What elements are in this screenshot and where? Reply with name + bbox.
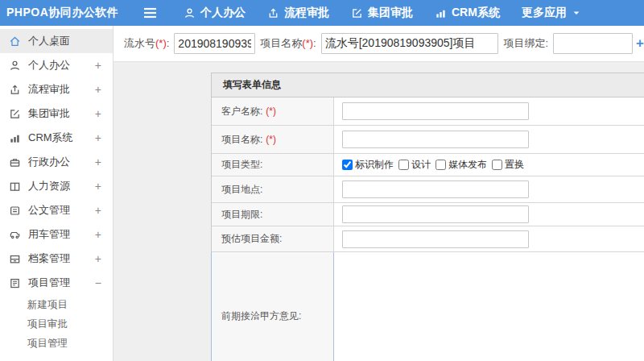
sidebar-item-archive-management[interactable]: 档案管理 + — [0, 247, 113, 271]
sidebar-item-group-approval[interactable]: 集团审批 + — [0, 102, 113, 126]
topnav-label: 流程审批 — [284, 6, 329, 20]
sidebar-item-admin-office[interactable]: 行政办公 + — [0, 150, 113, 174]
checkbox-label: 媒体发布 — [448, 158, 487, 172]
form-row-project-term: 项目期限: — [212, 203, 644, 226]
edit-icon — [8, 107, 21, 120]
project-bind-input[interactable] — [553, 33, 633, 54]
document-icon — [8, 204, 21, 217]
project-type-checkbox-group: 标识制作 设计 媒体发布 置换 — [342, 158, 529, 172]
sidebar-subitem-project-management[interactable]: 项目管理 — [0, 334, 113, 353]
checkbox-label: 置换 — [505, 158, 524, 172]
app-window: PHPOA协同办公软件 个人办公 流程审批 集团审批 — [0, 0, 644, 361]
serial-number-input[interactable] — [174, 33, 255, 54]
checkbox-sign-production[interactable] — [342, 160, 353, 170]
sidebar-item-personal-office[interactable]: 个人办公 + — [0, 53, 113, 77]
expand-plus[interactable]: + — [95, 180, 101, 193]
sidebar-item-vehicle-management[interactable]: 用车管理 + — [0, 222, 113, 247]
sidebar-item-document-management[interactable]: 公文管理 + — [0, 198, 113, 222]
form-row-preliminary-opinion: 前期接洽甲方意见: — [211, 252, 644, 361]
flow-icon — [8, 83, 21, 96]
project-location-label: 项目地点: — [212, 176, 334, 202]
expand-plus[interactable]: + — [95, 156, 101, 168]
topnav-workflow-approval[interactable]: 流程审批 — [267, 6, 329, 20]
flow-icon — [267, 7, 279, 19]
record-header-bar: 流水号(*): 项目名称(*): 项目绑定: + — [114, 26, 644, 62]
checkbox-design[interactable] — [398, 160, 409, 170]
customer-name-label: 客户名称:(*) — [212, 98, 334, 125]
topnav-group-approval[interactable]: 集团审批 — [351, 6, 413, 20]
project-name-field-input[interactable] — [342, 131, 529, 148]
expand-plus[interactable]: + — [95, 107, 101, 120]
form-row-estimated-amount: 预估项目金额: — [212, 226, 644, 252]
project-location-input[interactable] — [342, 180, 529, 198]
estimated-amount-label: 预估项目金额: — [212, 226, 334, 251]
main-content: 流水号(*): 项目名称(*): 项目绑定: + 填写表单信息 客户名称:(*)… — [114, 26, 644, 361]
car-icon — [8, 228, 21, 241]
customer-name-input[interactable] — [342, 102, 529, 120]
sidebar-item-crm-system[interactable]: CRM系统 + — [0, 126, 113, 150]
sidebar-item-personal-desktop[interactable]: 个人桌面 — [0, 29, 113, 53]
form-row-project-location: 项目地点: — [212, 176, 644, 203]
topbar: PHPOA协同办公软件 个人办公 流程审批 集团审批 — [0, 0, 644, 26]
top-navigation: 个人办公 流程审批 集团审批 CRM系统 更多应用 — [184, 6, 603, 20]
form-panel: 填写表单信息 客户名称:(*) 项目名称:(*) 项目类型: 标识制作 设计 — [211, 73, 644, 361]
expand-plus[interactable]: + — [95, 131, 101, 144]
project-term-input[interactable] — [342, 205, 529, 223]
form-row-customer-name: 客户名称:(*) — [212, 98, 644, 126]
topnav-more-apps[interactable]: 更多应用 — [522, 6, 581, 20]
sidebar-item-human-resources[interactable]: 人力资源 + — [0, 174, 113, 198]
project-term-label: 项目期限: — [212, 203, 334, 226]
estimated-amount-input[interactable] — [342, 230, 529, 248]
checkbox-exchange[interactable] — [492, 160, 502, 170]
hamburger-menu-icon[interactable] — [143, 7, 159, 19]
edit-icon — [351, 7, 363, 19]
sidebar: 个人桌面 个人办公 + 流程审批 + 集团审批 + — [0, 26, 114, 361]
expand-plus[interactable]: + — [95, 59, 101, 72]
project-name-input[interactable] — [321, 33, 499, 54]
expand-plus[interactable]: + — [95, 228, 101, 241]
home-icon — [8, 35, 21, 48]
user-icon — [184, 7, 196, 19]
sidebar-subitem-project-approval[interactable]: 项目审批 — [0, 314, 113, 334]
project-bind-label: 项目绑定: — [503, 36, 548, 51]
topnav-label: 个人办公 — [200, 6, 246, 20]
checkbox-media-release[interactable] — [436, 160, 446, 170]
form-row-project-name: 项目名称:(*) — [212, 126, 644, 154]
expand-minus[interactable]: − — [95, 276, 101, 289]
caret-down-icon — [572, 8, 581, 18]
topnav-crm-system[interactable]: CRM系统 — [435, 6, 500, 20]
topnav-personal-office[interactable]: 个人办公 — [184, 6, 246, 20]
sidebar-item-workflow-approval[interactable]: 流程审批 + — [0, 77, 113, 102]
user-icon — [8, 59, 21, 72]
preliminary-opinion-textarea[interactable] — [334, 252, 644, 361]
topnav-label: CRM系统 — [452, 6, 500, 20]
form-row-project-type: 项目类型: 标识制作 设计 媒体发布 置换 — [212, 154, 644, 176]
clipboard-icon — [8, 276, 21, 289]
sidebar-subitem-new-project[interactable]: 新建项目 — [0, 295, 113, 314]
expand-plus[interactable]: + — [95, 252, 101, 265]
checkbox-label: 标识制作 — [355, 158, 394, 172]
book-icon — [8, 180, 21, 193]
project-type-label: 项目类型: — [212, 154, 334, 176]
archive-icon — [8, 252, 21, 265]
project-name-field-label: 项目名称:(*) — [212, 126, 334, 153]
serial-number-label: 流水号(*): — [124, 36, 169, 51]
chart-icon — [435, 7, 447, 19]
expand-plus[interactable]: + — [95, 83, 101, 96]
sidebar-item-project-management[interactable]: 项目管理 − — [0, 271, 113, 295]
expand-plus[interactable]: + — [95, 204, 101, 217]
chart-icon — [8, 131, 21, 144]
checkbox-label: 设计 — [411, 158, 431, 172]
preliminary-opinion-label: 前期接洽甲方意见: — [212, 252, 334, 361]
briefcase-icon — [8, 156, 21, 168]
topnav-label: 更多应用 — [522, 6, 567, 20]
add-button[interactable]: + — [636, 35, 644, 52]
topnav-label: 集团审批 — [368, 6, 413, 20]
app-logo: PHPOA协同办公软件 — [0, 6, 143, 20]
form-panel-title: 填写表单信息 — [212, 73, 644, 98]
project-name-label: 项目名称(*): — [260, 36, 316, 51]
